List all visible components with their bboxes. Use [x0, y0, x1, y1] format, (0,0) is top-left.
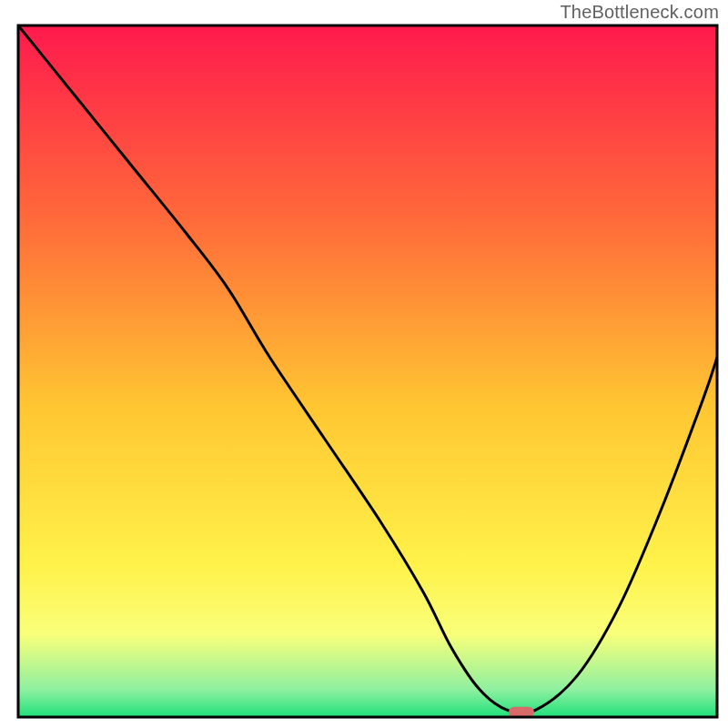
chart-container: TheBottleneck.com	[0, 0, 728, 728]
gradient-background	[18, 25, 717, 717]
plot-area	[18, 25, 717, 718]
bottleneck-chart	[0, 0, 728, 728]
